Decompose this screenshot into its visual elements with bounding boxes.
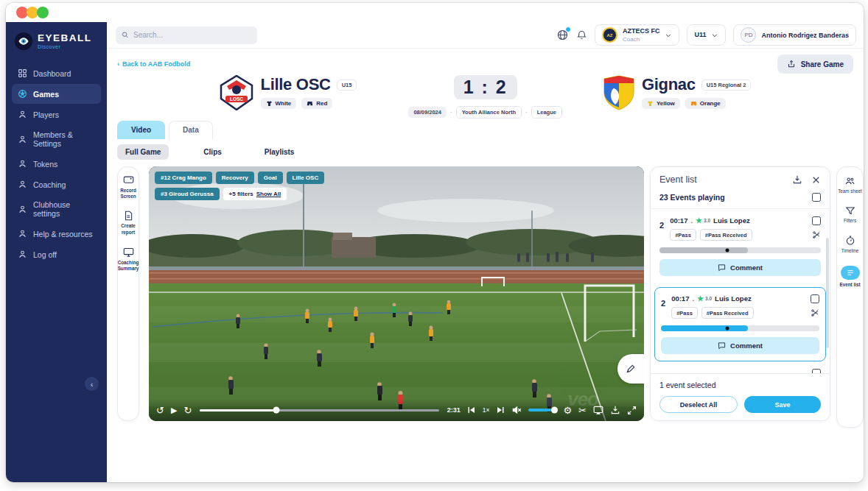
event-tag: #Pass Received (701, 307, 754, 319)
event-progress-bar[interactable] (659, 247, 821, 253)
away-team-level: U15 Regional 2 (701, 80, 752, 91)
team-selector[interactable]: U11 (687, 24, 726, 46)
event-tag: #Pass (670, 229, 696, 241)
event-time: 00:17 (670, 216, 687, 225)
sidebar-collapse-button[interactable]: ‹ (85, 377, 99, 391)
event-progress-bar[interactable] (661, 325, 819, 331)
away-kit-shorts-chip: Orange (685, 98, 726, 109)
more-filters-chip[interactable]: +5 filtersShow All (223, 188, 287, 200)
filters-button[interactable]: Filters (836, 205, 864, 224)
event-list-scrollbar[interactable] (826, 238, 829, 348)
filter-chip[interactable]: #3 Giroud Gerussa (155, 188, 220, 200)
event-list-button[interactable]: Event list (836, 266, 864, 288)
away-team-crest (603, 75, 634, 110)
download-events-button[interactable] (792, 174, 802, 185)
sidebar-item-label: Clubhouse settings (33, 200, 95, 218)
trim-disabled-icon[interactable] (811, 308, 819, 317)
next-event-button[interactable] (496, 406, 505, 414)
subtab-playlists[interactable]: Playlists (256, 144, 303, 160)
zoom-window-button[interactable] (37, 7, 49, 18)
sidebar-item-coaching[interactable]: Coaching (12, 174, 101, 194)
video-player[interactable]: #12 Crag Mango Recovery Goal Lille OSC #… (149, 166, 644, 421)
share-game-button[interactable]: Share Game (777, 54, 853, 74)
person-icon (18, 180, 27, 189)
tab-data[interactable]: Data (169, 121, 213, 139)
club-role: Coach (623, 36, 660, 43)
notifications-button[interactable] (576, 29, 587, 40)
theater-mode-button[interactable] (593, 405, 603, 415)
fullscreen-button[interactable] (627, 406, 637, 415)
event-list-icon (841, 266, 860, 280)
comment-button[interactable]: Comment (661, 337, 819, 354)
clip-scissors-button[interactable]: ✂ (578, 406, 587, 415)
person-icon (18, 229, 27, 239)
event-list-scroll[interactable]: 2 00:17. ★ 3.0 Luis Lopez (651, 209, 830, 373)
subtab-full-game[interactable]: Full Game (117, 144, 169, 160)
trim-disabled-icon[interactable] (812, 230, 821, 239)
sidebar-item-dashboard[interactable]: Dashboard (12, 63, 101, 83)
close-panel-button[interactable] (811, 175, 821, 185)
shorts-icon (690, 100, 697, 107)
window-titlebar (6, 3, 864, 22)
volume-slider[interactable] (528, 409, 556, 411)
show-all-link[interactable]: Show All (256, 191, 281, 197)
sidebar-item-members-settings[interactable]: Members & Settings (12, 125, 101, 153)
save-button[interactable]: Save (744, 396, 821, 413)
deselect-all-button[interactable]: Deselect All (659, 396, 738, 413)
filter-chip[interactable]: Goal (258, 172, 283, 184)
forward-button[interactable]: ↻ (183, 406, 192, 415)
share-icon (787, 60, 796, 68)
draw-tool-button[interactable] (617, 354, 644, 384)
sidebar-item-help-resources[interactable]: Help & resources (12, 224, 101, 244)
team-sheet-button[interactable]: Team sheet (836, 176, 864, 194)
club-selector[interactable]: AZ AZTECS FC Coach (595, 24, 680, 46)
search-bar[interactable] (116, 27, 257, 44)
progress-knob[interactable] (273, 407, 280, 414)
filter-chip[interactable]: #12 Crag Mango (155, 172, 212, 184)
back-link[interactable]: ‹ Back to AAB Fodbold (117, 60, 190, 68)
create-report-button[interactable]: Create report (117, 211, 139, 235)
coaching-summary-button[interactable]: Coaching Summary (117, 247, 139, 272)
play-button[interactable]: ▶ (171, 406, 177, 414)
star-icon: ★ (696, 216, 702, 225)
select-all-checkbox[interactable] (812, 193, 821, 202)
sidebar-item-games[interactable]: Games (12, 84, 101, 104)
search-input[interactable] (133, 31, 251, 39)
match-type: League (531, 106, 562, 119)
event-checkbox[interactable] (811, 294, 819, 303)
event-row[interactable]: 2 00:17. ★ 3.0 Luis Lopez (651, 209, 830, 283)
filter-chip[interactable]: Lille OSC (287, 172, 325, 184)
network-button[interactable] (556, 29, 569, 41)
volume-muted-icon[interactable] (511, 405, 522, 415)
sidebar-item-clubhouse-settings[interactable]: Clubhouse settings (12, 195, 101, 223)
event-row-selected[interactable]: 2 00:17. ★ 3.0 Luis Lopez (654, 287, 826, 361)
stopwatch-icon (845, 235, 855, 246)
shirt-icon (266, 100, 273, 107)
sidebar-item-tokens[interactable]: Tokens (12, 154, 101, 174)
comment-button[interactable]: Comment (659, 259, 821, 276)
logo-title: EYEBALL (38, 32, 92, 43)
event-checkbox[interactable] (812, 369, 821, 373)
sidebar-item-log-off[interactable]: Log off (12, 244, 101, 264)
rewind-button[interactable]: ↺ (156, 406, 164, 415)
tab-video[interactable]: Video (117, 121, 165, 139)
match-date: 08/09/2024 (408, 107, 447, 118)
event-player: Luis Lopez (713, 216, 750, 225)
home-team-crest: LOSC (220, 75, 253, 110)
event-player: Luis Lopez (715, 294, 752, 303)
video-progress-bar[interactable] (200, 409, 438, 411)
playback-speed[interactable]: 1× (483, 406, 490, 414)
record-screen-button[interactable]: Record Screen (117, 174, 139, 199)
previous-event-button[interactable] (467, 406, 476, 414)
timeline-button[interactable]: Timeline (836, 235, 864, 254)
sub-tabs: Full Game Clips Playlists (107, 144, 864, 160)
event-time: 00:17 (671, 294, 689, 303)
settings-button[interactable]: ⚙ (563, 406, 572, 415)
user-menu[interactable]: PD Antonio Rodrigez Banderas (733, 24, 856, 46)
match-video-frame (149, 166, 644, 421)
sidebar-item-players[interactable]: Players (12, 105, 101, 124)
event-checkbox[interactable] (812, 216, 821, 225)
download-video-button[interactable] (610, 405, 620, 415)
filter-chip[interactable]: Recovery (216, 172, 254, 184)
subtab-clips[interactable]: Clips (195, 144, 229, 160)
